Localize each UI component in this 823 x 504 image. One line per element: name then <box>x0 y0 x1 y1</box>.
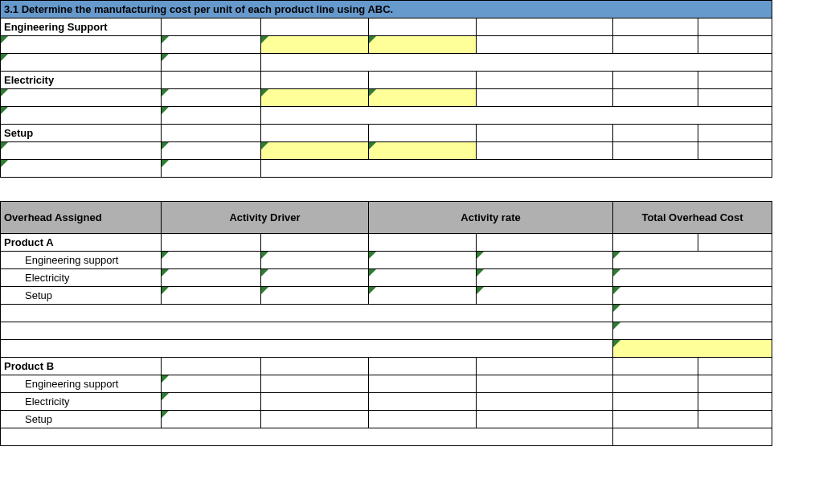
eng-r1-c3[interactable] <box>261 36 369 54</box>
setup-label: Setup <box>1 125 162 142</box>
pa-total-3[interactable] <box>613 340 772 358</box>
product-a-elec: Electricity <box>1 269 772 287</box>
hdr-overhead-assigned: Overhead Assigned <box>1 202 162 234</box>
pa-setup-c5[interactable] <box>477 287 613 305</box>
pa-total-2[interactable] <box>613 322 772 340</box>
question-title-row: 3.1 Determine the manufacturing cost per… <box>1 1 772 18</box>
product-a-header: Product A <box>1 234 772 252</box>
pa-elec-c5[interactable] <box>477 269 613 287</box>
setup-row2 <box>1 160 772 178</box>
hdr-activity-rate: Activity rate <box>369 202 613 234</box>
pa-eng-c2[interactable] <box>162 252 261 269</box>
input-marker-icon <box>613 340 620 347</box>
input-marker-icon <box>261 287 268 294</box>
pa-eng-c5[interactable] <box>477 252 613 269</box>
pb-blank1 <box>1 428 772 446</box>
eng-r2-c2[interactable] <box>162 54 261 72</box>
eng-r2-c1[interactable] <box>1 54 162 72</box>
input-marker-icon <box>162 54 169 61</box>
setup-r2-c2[interactable] <box>162 160 261 178</box>
pa-total-1[interactable] <box>613 305 772 322</box>
input-marker-icon <box>369 269 376 277</box>
pa-blank3 <box>1 340 772 358</box>
pa-elec-c6[interactable] <box>613 269 772 287</box>
product-b-setup: Setup <box>1 411 772 428</box>
input-marker-icon <box>261 89 268 96</box>
pa-setup-c3[interactable] <box>261 287 369 305</box>
pb-elec-label: Electricity <box>1 393 162 411</box>
pa-setup-c4[interactable] <box>369 287 477 305</box>
input-marker-icon <box>369 252 376 259</box>
setup-r1-c3[interactable] <box>261 142 369 160</box>
eng-r1-c1[interactable] <box>1 36 162 54</box>
question-title: 3.1 Determine the manufacturing cost per… <box>1 1 772 18</box>
product-a-label: Product A <box>1 234 162 252</box>
pb-eng-label: Engineering support <box>1 375 162 393</box>
input-marker-icon <box>1 89 8 96</box>
eng-support-header-row: Engineering Support <box>1 18 772 36</box>
pa-eng-c4[interactable] <box>369 252 477 269</box>
pa-blank2 <box>1 322 772 340</box>
input-marker-icon <box>162 142 169 150</box>
pa-elec-c4[interactable] <box>369 269 477 287</box>
electricity-row1 <box>1 89 772 107</box>
pb-setup-label: Setup <box>1 411 162 428</box>
pb-eng-c2[interactable] <box>162 375 261 393</box>
setup-r1-c4[interactable] <box>369 142 477 160</box>
pa-setup-c6[interactable] <box>613 287 772 305</box>
input-marker-icon <box>162 287 169 294</box>
setup-r1-c2[interactable] <box>162 142 261 160</box>
input-marker-icon <box>477 269 484 277</box>
setup-header-row: Setup <box>1 125 772 142</box>
pb-setup-c2[interactable] <box>162 411 261 428</box>
pa-setup-c2[interactable] <box>162 287 261 305</box>
product-b-label: Product B <box>1 358 162 375</box>
eng-r1-c4[interactable] <box>369 36 477 54</box>
input-marker-icon <box>477 252 484 259</box>
product-a-eng: Engineering support <box>1 252 772 269</box>
product-a-setup: Setup <box>1 287 772 305</box>
elec-r1-c3[interactable] <box>261 89 369 107</box>
electricity-row2 <box>1 107 772 125</box>
input-marker-icon <box>261 252 268 259</box>
setup-r1-c1[interactable] <box>1 142 162 160</box>
elec-r1-c1[interactable] <box>1 89 162 107</box>
elec-r2-c2[interactable] <box>162 107 261 125</box>
input-marker-icon <box>162 160 169 167</box>
input-marker-icon <box>613 305 620 312</box>
pa-blank1 <box>1 305 772 322</box>
input-marker-icon <box>162 375 169 383</box>
input-marker-icon <box>369 287 376 294</box>
input-marker-icon <box>261 269 268 277</box>
eng-support-label: Engineering Support <box>1 18 162 36</box>
product-b-eng: Engineering support <box>1 375 772 393</box>
input-marker-icon <box>613 269 620 277</box>
electricity-label: Electricity <box>1 72 162 89</box>
setup-row1 <box>1 142 772 160</box>
eng-support-row1 <box>1 36 772 54</box>
input-marker-icon <box>261 36 268 43</box>
input-marker-icon <box>261 142 268 150</box>
eng-r1-c2[interactable] <box>162 36 261 54</box>
pa-elec-c2[interactable] <box>162 269 261 287</box>
input-marker-icon <box>1 54 8 61</box>
pa-setup-label: Setup <box>1 287 162 305</box>
input-marker-icon <box>477 287 484 294</box>
pa-eng-c3[interactable] <box>261 252 369 269</box>
pa-eng-label: Engineering support <box>1 252 162 269</box>
pa-elec-c3[interactable] <box>261 269 369 287</box>
input-marker-icon <box>162 411 169 418</box>
input-marker-icon <box>369 89 376 96</box>
pa-eng-c6[interactable] <box>613 252 772 269</box>
elec-r2-c1[interactable] <box>1 107 162 125</box>
elec-r1-c4[interactable] <box>369 89 477 107</box>
hdr-total-overhead: Total Overhead Cost <box>613 202 772 234</box>
input-marker-icon <box>369 142 376 150</box>
pb-elec-c2[interactable] <box>162 393 261 411</box>
input-marker-icon <box>162 36 169 43</box>
setup-r2-c1[interactable] <box>1 160 162 178</box>
input-marker-icon <box>1 36 8 43</box>
pa-elec-label: Electricity <box>1 269 162 287</box>
electricity-header-row: Electricity <box>1 72 772 89</box>
elec-r1-c2[interactable] <box>162 89 261 107</box>
